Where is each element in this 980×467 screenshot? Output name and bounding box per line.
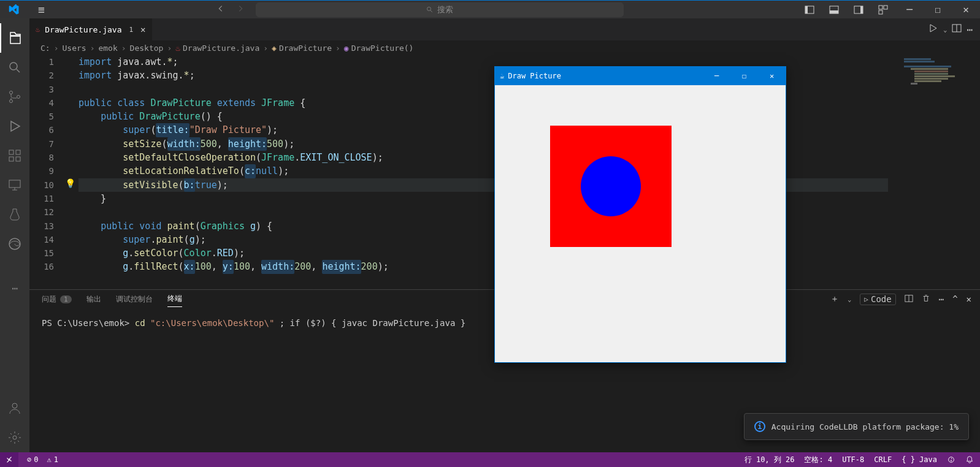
warning-icon: ⚠ xyxy=(47,455,51,464)
maximize-panel-icon[interactable]: ^ xyxy=(952,294,957,304)
vscode-logo-icon xyxy=(0,4,21,15)
class-icon: ◈ xyxy=(272,44,277,53)
close-icon[interactable]: ✕ xyxy=(140,25,145,34)
remote-indicator[interactable] xyxy=(0,452,18,467)
breadcrumb-item[interactable]: ◈DrawPicture xyxy=(272,44,332,53)
testing-icon[interactable] xyxy=(0,200,29,229)
svg-rect-16 xyxy=(16,157,20,161)
split-terminal-icon[interactable] xyxy=(905,294,913,305)
breadcrumb-item[interactable]: ♨DrawPicture.java xyxy=(175,44,259,53)
run-icon[interactable] xyxy=(928,23,938,36)
minimap[interactable] xyxy=(904,58,971,113)
svg-point-11 xyxy=(10,91,13,94)
edge-icon[interactable] xyxy=(0,229,29,259)
remote-explorer-icon[interactable] xyxy=(0,170,29,200)
svg-rect-14 xyxy=(9,150,13,154)
svg-point-21 xyxy=(13,436,17,439)
explorer-icon[interactable] xyxy=(0,23,29,53)
lightbulb-icon[interactable]: 💡 xyxy=(65,178,75,188)
breadcrumb-item[interactable]: emok xyxy=(98,44,117,53)
svg-rect-8 xyxy=(884,6,887,9)
svg-rect-15 xyxy=(9,157,13,161)
breadcrumb[interactable]: C:› Users› emok› Desktop› ♨DrawPicture.j… xyxy=(29,40,980,55)
more-icon[interactable]: ⋯ xyxy=(939,294,944,304)
app-title: Draw Picture xyxy=(508,72,561,80)
app-minimize-button[interactable]: ─ xyxy=(703,67,730,85)
search-icon xyxy=(426,6,434,13)
tab-terminal[interactable]: 终端 xyxy=(167,291,182,307)
layout-sidebar-left-icon[interactable] xyxy=(797,1,822,18)
eol[interactable]: CRLF xyxy=(874,455,892,465)
errors-item[interactable]: ⊘0 xyxy=(27,455,38,464)
search-input[interactable]: 搜索 xyxy=(256,2,624,17)
info-icon: i xyxy=(754,421,765,432)
blue-circle xyxy=(581,156,641,216)
terminal-dropdown-icon[interactable]: ⌄ xyxy=(848,296,851,303)
nav-back-icon[interactable] xyxy=(216,4,225,15)
run-dropdown-icon[interactable]: ⌄ xyxy=(943,26,947,33)
source-control-icon[interactable] xyxy=(0,82,29,112)
notification-toast[interactable]: i Acquiring CodeLLDB platform package: 1… xyxy=(744,413,969,440)
notifications-bell-icon[interactable] xyxy=(965,455,974,465)
svg-point-20 xyxy=(12,403,17,408)
split-editor-icon[interactable] xyxy=(952,23,962,36)
java-file-icon: ♨ xyxy=(36,25,40,34)
cursor-position[interactable]: 行 10, 列 26 xyxy=(745,455,795,465)
feedback-icon[interactable] xyxy=(947,455,955,465)
problems-badge: 1 xyxy=(60,295,72,303)
notification-text: Acquiring CodeLLDB platform package: 1% xyxy=(771,422,959,431)
tab-modified-badge: 1 xyxy=(126,26,136,34)
ellipsis-icon[interactable]: ⋯ xyxy=(0,273,29,303)
menu-button-icon[interactable]: ≡ xyxy=(34,3,49,16)
nav-forward-icon[interactable] xyxy=(236,4,245,15)
app-close-button[interactable]: ✕ xyxy=(758,67,786,85)
breadcrumb-item[interactable]: Users xyxy=(62,44,86,53)
app-titlebar[interactable]: ☕ Draw Picture ─ ☐ ✕ xyxy=(495,67,786,85)
svg-point-0 xyxy=(427,7,431,10)
breadcrumb-item[interactable]: ◉DrawPicture() xyxy=(344,44,414,53)
close-panel-icon[interactable]: ✕ xyxy=(967,294,971,304)
new-terminal-icon[interactable]: ＋ xyxy=(830,294,839,305)
svg-rect-6 xyxy=(860,6,863,13)
search-icon[interactable] xyxy=(0,53,29,82)
window-maximize-button[interactable]: ☐ xyxy=(924,1,952,19)
error-icon: ⊘ xyxy=(27,455,31,464)
breadcrumb-item[interactable]: Desktop xyxy=(130,44,164,53)
extensions-icon[interactable] xyxy=(0,141,29,170)
svg-rect-7 xyxy=(879,6,882,9)
breadcrumb-item[interactable]: C: xyxy=(40,44,50,53)
trash-icon[interactable] xyxy=(922,294,930,305)
java-cup-icon: ☕ xyxy=(500,72,504,80)
more-icon[interactable]: ⋯ xyxy=(967,24,973,36)
svg-point-13 xyxy=(17,96,20,99)
language-mode[interactable]: { } Java xyxy=(902,455,937,465)
java-app-window[interactable]: ☕ Draw Picture ─ ☐ ✕ xyxy=(494,66,786,363)
window-close-button[interactable]: ✕ xyxy=(952,1,980,19)
method-icon: ◉ xyxy=(344,44,349,53)
tab-drawpicture[interactable]: ♨ DrawPicture.java 1 ✕ xyxy=(29,18,153,40)
terminal-profile-chip[interactable]: ▷Code xyxy=(860,294,895,305)
tab-debug-console[interactable]: 调试控制台 xyxy=(116,292,153,307)
status-bar: ⊘0 ⚠1 行 10, 列 26 空格: 4 UTF-8 CRLF { } Ja… xyxy=(0,452,980,467)
run-debug-icon[interactable] xyxy=(0,112,29,141)
tab-output[interactable]: 输出 xyxy=(86,292,101,307)
svg-rect-4 xyxy=(830,10,838,13)
svg-rect-17 xyxy=(16,150,20,154)
customize-layout-icon[interactable] xyxy=(871,1,895,18)
window-minimize-button[interactable]: ─ xyxy=(895,1,924,19)
app-maximize-button[interactable]: ☐ xyxy=(730,67,758,85)
java-file-icon: ♨ xyxy=(175,44,180,53)
layout-sidebar-right-icon[interactable] xyxy=(846,1,871,18)
app-canvas xyxy=(495,85,786,362)
accounts-icon[interactable] xyxy=(0,393,29,423)
settings-gear-icon[interactable] xyxy=(0,423,29,452)
encoding[interactable]: UTF-8 xyxy=(842,455,864,465)
tab-problems[interactable]: 问题1 xyxy=(42,292,72,307)
tab-filename: DrawPicture.java xyxy=(45,25,121,34)
svg-rect-18 xyxy=(9,180,20,188)
svg-rect-2 xyxy=(805,6,808,13)
warnings-item[interactable]: ⚠1 xyxy=(47,455,58,464)
editor-tabs: ♨ DrawPicture.java 1 ✕ ⌄ ⋯ xyxy=(29,18,980,40)
indentation[interactable]: 空格: 4 xyxy=(804,455,832,465)
layout-panel-icon[interactable] xyxy=(822,1,846,18)
